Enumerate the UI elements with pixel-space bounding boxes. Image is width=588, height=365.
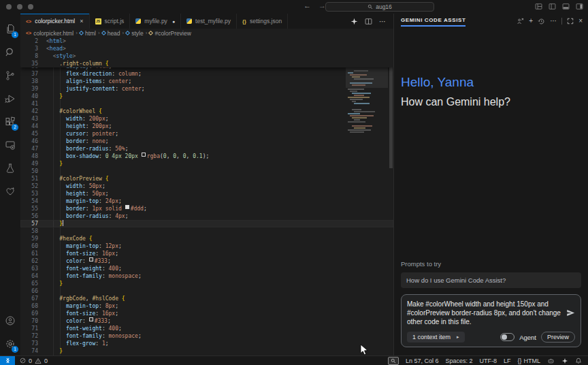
code-line-42[interactable]: 42 #colorWheel {	[20, 108, 393, 115]
code-line-38[interactable]: 38 align-items: center;	[20, 78, 393, 85]
panel-more-icon[interactable]: ⋯	[550, 18, 557, 25]
code-line-67[interactable]: 67 #rgbCode, #hslCode {	[20, 295, 393, 302]
nav-back-icon[interactable]: ←	[304, 1, 311, 10]
code-line-61[interactable]: 61 font-size: 16px;	[20, 250, 393, 257]
sparkle-icon[interactable]	[561, 358, 568, 364]
code-line-66[interactable]: 66	[20, 287, 393, 295]
code-line-8[interactable]: 8 <style>	[20, 52, 393, 60]
send-icon[interactable]	[566, 308, 575, 317]
command-center-search[interactable]: aug16	[325, 2, 434, 12]
code-line-35[interactable]: 35 .right-column {	[20, 60, 393, 67]
code-line-59[interactable]: 59 #hexCode {	[20, 235, 393, 242]
customize-layout-icon[interactable]	[535, 3, 542, 10]
gemini-panel-title[interactable]: GEMINI CODE ASSIST	[401, 17, 466, 25]
source-control-button[interactable]	[0, 64, 20, 87]
account-button[interactable]	[0, 309, 20, 332]
toggle-secondary-sidebar-icon[interactable]	[576, 3, 583, 10]
code-line-56[interactable]: 56 border-radius: 4px;	[20, 212, 393, 220]
code-line-60[interactable]: 60 margin-top: 12px;	[20, 242, 393, 250]
eol-sequence[interactable]: LF	[504, 358, 511, 364]
code-line-43[interactable]: 43 width: 200px;	[20, 115, 393, 123]
history-icon[interactable]	[538, 18, 545, 25]
code-line-49[interactable]: 49 }	[20, 160, 393, 168]
minimize-window-button[interactable]	[17, 4, 22, 10]
copilot-icon[interactable]	[547, 358, 555, 364]
code-line-58[interactable]: 58	[20, 227, 393, 235]
tab-close-icon[interactable]: ×	[80, 18, 83, 25]
encoding[interactable]: UTF-8	[479, 358, 497, 364]
search-button[interactable]	[0, 41, 20, 64]
zoom-window-button[interactable]	[28, 4, 33, 10]
code-line-57[interactable]: 57 }	[20, 220, 393, 227]
code-line-70[interactable]: 70 color: #333;	[20, 317, 393, 325]
minimap[interactable]	[346, 37, 388, 355]
toggle-primary-sidebar-icon[interactable]	[549, 3, 556, 10]
code-line-69[interactable]: 69 font-size: 16px;	[20, 310, 393, 317]
code-line-72[interactable]: 72 font-family: monospace;	[20, 332, 393, 340]
tab-settings.json[interactable]: {}settings.json	[237, 14, 288, 29]
screencast-zoom-button[interactable]	[388, 357, 399, 365]
code-line-74[interactable]: 74 }	[20, 347, 393, 355]
code-line-65[interactable]: 65 }	[20, 280, 393, 287]
split-editor-icon[interactable]	[365, 18, 372, 25]
agent-toggle[interactable]	[500, 333, 514, 341]
close-panel-icon[interactable]: ×	[578, 18, 583, 25]
extensions-button[interactable]: 2	[0, 110, 20, 133]
code-line-48[interactable]: 48 box-shadow: 0 4px 20px rgba(0, 0, 0, …	[20, 153, 393, 160]
code-line-44[interactable]: 44 height: 200px;	[20, 123, 393, 130]
settings-button[interactable]: 1	[0, 332, 20, 355]
remote-explorer-button[interactable]	[0, 133, 20, 157]
code-line-63[interactable]: 63 font-weight: 400;	[20, 265, 393, 272]
maximize-panel-icon[interactable]	[567, 18, 574, 25]
editor-scrollbar[interactable]	[389, 37, 393, 355]
code-line-37[interactable]: 37 flex-direction: column;	[20, 70, 393, 78]
modified-dot-icon[interactable]: ●	[172, 19, 175, 24]
code-line-41[interactable]: 41	[20, 100, 393, 108]
testing-button[interactable]	[0, 157, 20, 180]
more-actions-icon[interactable]: ⋯	[379, 18, 387, 25]
run-debug-button[interactable]	[0, 87, 20, 110]
window-controls[interactable]	[6, 4, 33, 10]
language-mode[interactable]: {}HTML	[517, 358, 540, 364]
gemini-sparkle-icon[interactable]	[350, 18, 358, 25]
tab-colorpicker.html[interactable]: <>colorpicker.html×	[20, 14, 90, 29]
breadcrumb-item-style[interactable]: style	[126, 30, 143, 37]
code-line-3[interactable]: 3<head>	[20, 45, 393, 52]
code-line-68[interactable]: 68 margin-top: 8px;	[20, 302, 393, 310]
context-items-button[interactable]: 1 context item ▸	[407, 332, 465, 343]
tab-myfile.py[interactable]: myfile.py●	[130, 14, 181, 29]
new-chat-icon[interactable]: +	[529, 18, 533, 25]
bell-icon[interactable]	[575, 358, 582, 364]
tab-test_myfile.py[interactable]: test_myfile.py	[181, 14, 237, 29]
share-profile-icon[interactable]	[517, 18, 524, 25]
code-line-55[interactable]: 55 border: 1px solid #ddd;	[20, 205, 393, 212]
preview-badge[interactable]: Preview	[541, 332, 575, 343]
code-line-53[interactable]: 53 height: 50px;	[20, 190, 393, 197]
code-line-46[interactable]: 46 border: none;	[20, 138, 393, 145]
breadcrumb-item-colorpicker.html[interactable]: <>colorpicker.html	[26, 30, 74, 37]
breadcrumb-item-html[interactable]: html	[80, 30, 96, 37]
breadcrumb-item-head[interactable]: head	[102, 30, 120, 37]
tab-script.js[interactable]: JSscript.js	[90, 14, 131, 29]
explorer-button[interactable]: 1	[0, 18, 20, 41]
toggle-panel-icon[interactable]	[562, 3, 570, 10]
sticky-scroll[interactable]: 2<html>3<head>8 <style>35 .right-column …	[20, 37, 393, 67]
code-line-2[interactable]: 2<html>	[20, 37, 393, 45]
remote-indicator[interactable]	[0, 356, 15, 365]
breadcrumb-item-#colorPreview[interactable]: #colorPreview	[149, 30, 191, 37]
code-line-54[interactable]: 54 margin-top: 24px;	[20, 197, 393, 205]
indentation[interactable]: Spaces: 2	[445, 358, 472, 364]
code-line-73[interactable]: 73 flex-grow: 1;	[20, 340, 393, 347]
cursor-position[interactable]: Ln 57, Col 6	[406, 358, 439, 364]
code-line-64[interactable]: 64 font-family: monospace;	[20, 272, 393, 280]
code-line-39[interactable]: 39 justify-content: center;	[20, 85, 393, 93]
warnings-count[interactable]: 0	[44, 358, 48, 364]
code-line-40[interactable]: 40 }	[20, 93, 393, 100]
code-line-62[interactable]: 62 color: #333;	[20, 257, 393, 265]
prompt-suggestion-chip[interactable]: How do I use Gemini Code Assist?	[401, 272, 581, 288]
code-line-71[interactable]: 71 font-weight: 400;	[20, 325, 393, 332]
code-editor[interactable]: 36 display: flex;37 flex-direction: colu…	[20, 37, 393, 355]
gemini-prompt-input[interactable]: Make #colorWheel width and height 150px …	[407, 300, 562, 326]
code-line-75[interactable]: 75	[20, 355, 393, 355]
errors-count[interactable]: 0	[29, 358, 32, 364]
